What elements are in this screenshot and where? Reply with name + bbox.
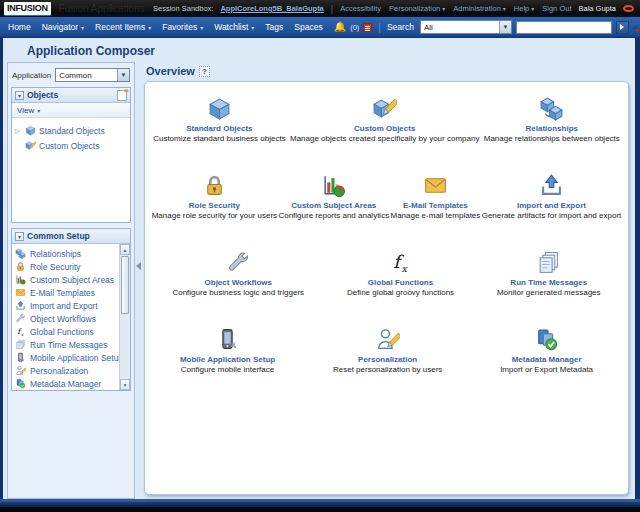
overview-tile-standard-objects[interactable]: Standard ObjectsCustomize standard busin… [153,96,286,143]
overview-tile-custom-objects[interactable]: Custom ObjectsManage objects created spe… [290,96,479,143]
tile-title-link[interactable]: Custom Objects [354,124,415,133]
tile-title-link[interactable]: Run Time Messages [510,278,587,287]
objects-panel: ▾ Objects View ▾ ▷ St [11,87,131,223]
sidebar-item-relationships[interactable]: Relationships [14,247,117,260]
overview-tile-role-security[interactable]: Role SecurityManage role security for yo… [152,173,277,220]
common-setup-panel: ▾ Common Setup RelationshipsRole Securit… [11,228,131,391]
sidebar-item-e-mail-templates[interactable]: E-Mail Templates [14,286,117,299]
objects-panel-header[interactable]: ▾ Objects [12,88,130,103]
topbar-link-help[interactable]: Help▾ [514,4,534,13]
collapse-icon[interactable]: ▾ [15,91,24,100]
view-menu-button[interactable]: View ▾ [17,106,40,115]
overview-tile-custom-subject-areas[interactable]: Custom Subject AreasConfigure reports an… [278,173,389,220]
search-input[interactable] [516,21,612,34]
sidebar-item-metadata-manager[interactable]: Metadata Manager [14,377,117,390]
common-setup-title: Common Setup [27,231,127,241]
tile-title-link[interactable]: Personalization [358,355,417,364]
tile-description: Customize standard business objects [153,134,286,143]
topbar-link-accessibility[interactable]: Accessibility [340,4,381,13]
sidebar-item-custom-subject-areas[interactable]: Custom Subject Areas [14,273,117,286]
mail-icon [15,287,26,298]
tile-title-link[interactable]: Relationships [526,124,578,133]
overview-tile-import-and-export[interactable]: Import and ExportGenerate artifacts for … [482,173,622,220]
sidebar-item-personalization[interactable]: Personalization [14,364,117,377]
objects-panel-title: Objects [27,90,114,100]
tile-title-link[interactable]: Object Workflows [205,278,272,287]
overview-tile-global-functions[interactable]: Global FunctionsDefine global groovy fun… [347,250,454,297]
tile-description: Reset personalization by users [333,365,442,374]
nav-item-label: Recent Items [95,22,145,32]
application-selector-row: Application Common ▼ [11,66,131,87]
sidebar-item-object-workflows[interactable]: Object Workflows [14,312,117,325]
tree-item-label[interactable]: Standard Objects [39,126,105,136]
topbar-link-label: Accessibility [340,4,381,13]
tile-title-link[interactable]: Metadata Manager [512,355,582,364]
overview-row: Role SecurityManage role security for yo… [151,173,622,250]
application-select[interactable]: Common ▼ [55,68,130,82]
sidebar-item-label: Import and Export [30,301,98,311]
nav-item-label: Favorites [162,22,197,32]
overview-tile-mobile-application-setup[interactable]: Mobile Application SetupConfigure mobile… [180,327,275,374]
session-sandbox-link[interactable]: ApplCoreLong5B_BalaGupta [220,4,323,13]
footer-bar [0,507,640,512]
sidebar-scrollbar[interactable]: ▲ ▼ [119,244,130,390]
advanced-search-icon[interactable]: ⌕ [633,23,638,32]
search-go-button[interactable] [616,21,629,34]
scrollbar-thumb[interactable] [121,256,129,314]
tree-item-custom-objects[interactable]: Custom Objects [14,138,128,153]
notifications-bell-icon[interactable]: 🔔 [334,22,346,32]
sidebar-item-label: E-Mail Templates [30,288,95,298]
nav-item-navigator[interactable]: Navigator▾ [42,22,84,32]
overview-tile-run-time-messages[interactable]: Run Time MessagesMonitor generated messa… [497,250,601,297]
panel-splitter[interactable] [135,62,142,499]
nav-item-home[interactable]: Home [8,22,31,32]
scroll-down-icon[interactable]: ▼ [120,379,130,390]
create-icon[interactable] [117,90,127,101]
sidebar-item-role-security[interactable]: Role Security [14,260,117,273]
chart-icon [15,274,26,285]
tree-item-label[interactable]: Custom Objects [39,141,99,151]
tile-title-link[interactable]: Standard Objects [186,124,252,133]
search-scope-select[interactable]: All ▼ [420,20,512,34]
nav-item-watchlist[interactable]: Watchlist▾ [214,22,254,32]
tile-title-link[interactable]: Custom Subject Areas [291,201,376,210]
calendar-icon[interactable] [363,23,372,32]
collapse-icon[interactable]: ▾ [15,232,24,241]
overview-tile-e-mail-templates[interactable]: E-Mail TemplatesManage e-mail templates [390,173,480,220]
sidebar-item-mobile-application-setup[interactable]: Mobile Application Setup [14,351,117,364]
tile-title-link[interactable]: Global Functions [368,278,433,287]
nav-item-spaces[interactable]: Spaces [294,22,322,32]
topbar-link-sign-out[interactable]: Sign Out [542,4,571,13]
nav-item-favorites[interactable]: Favorites▾ [162,22,203,32]
help-icon[interactable]: ? [199,66,210,77]
sidebar-item-run-time-messages[interactable]: Run Time Messages [14,338,117,351]
collapse-pane-icon[interactable] [136,262,141,270]
nav-item-recent-items[interactable]: Recent Items▾ [95,22,151,32]
overview-tile-object-workflows[interactable]: Object WorkflowsConfigure business logic… [172,250,304,297]
tree-item-standard-objects[interactable]: ▷ Standard Objects [14,123,128,138]
chevron-down-icon[interactable]: ▼ [499,21,511,33]
tile-description: Import or Export Metadata [500,365,593,374]
divider: | [378,22,381,33]
tile-title-link[interactable]: Role Security [189,201,240,210]
chevron-down-icon[interactable]: ▼ [117,69,129,81]
overview-tile-relationships[interactable]: RelationshipsManage relationships betwee… [484,96,620,143]
common-setup-header[interactable]: ▾ Common Setup [12,229,130,244]
phone-icon [215,327,240,352]
sidebar-item-import-and-export[interactable]: Import and Export [14,299,117,312]
overview-tile-metadata-manager[interactable]: Metadata ManagerImport or Export Metadat… [500,327,593,374]
sidebar-item-global-functions[interactable]: Global Functions [14,325,117,338]
topbar-link-personalization[interactable]: Personalization▾ [389,4,445,13]
expand-icon[interactable]: ▷ [15,127,22,134]
view-menu-label: View [17,106,34,115]
sidebar: Application Common ▼ ▾ Objects View [7,62,135,499]
import-export-icon [15,300,26,311]
tile-title-link[interactable]: E-Mail Templates [403,201,468,210]
tile-title-link[interactable]: Import and Export [517,201,586,210]
tile-title-link[interactable]: Mobile Application Setup [180,355,275,364]
overview-tile-personalization[interactable]: PersonalizationReset personalization by … [333,327,442,374]
nav-item-label: Spaces [294,22,322,32]
topbar-link-administration[interactable]: Administration▾ [453,4,506,13]
nav-item-tags[interactable]: Tags [265,22,283,32]
scroll-up-icon[interactable]: ▲ [120,244,130,255]
